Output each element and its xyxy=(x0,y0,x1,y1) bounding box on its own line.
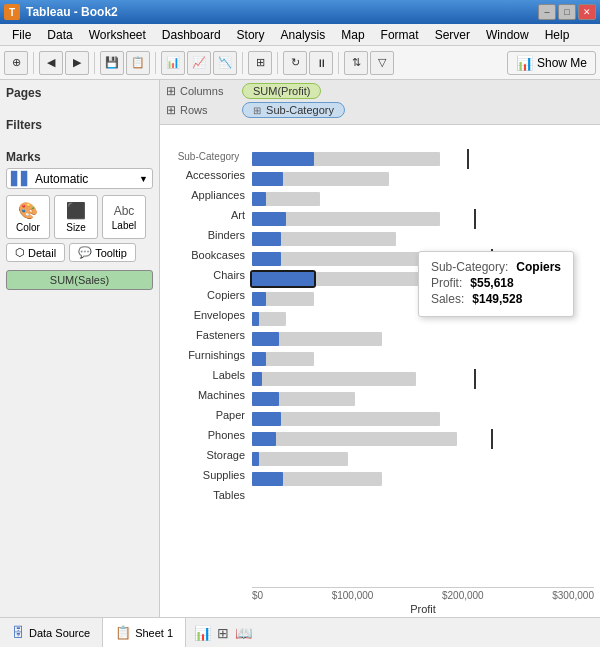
bar-row-machines[interactable] xyxy=(252,369,594,389)
label-button[interactable]: Abc Label xyxy=(102,195,146,239)
detail-button[interactable]: ⬡ Detail xyxy=(6,243,65,262)
show-me-button[interactable]: 📊 Show Me xyxy=(507,51,596,75)
title-bar: T Tableau - Book2 – □ ✕ xyxy=(0,0,600,24)
bar-row-phones[interactable] xyxy=(252,409,594,429)
label-icon: Abc xyxy=(114,204,135,218)
menu-data[interactable]: Data xyxy=(39,26,80,44)
detail-icon: ⬡ xyxy=(15,246,25,259)
main-layout: Pages Filters Marks ▋▋ Automatic ▼ 🎨 Col… xyxy=(0,80,600,617)
menu-map[interactable]: Map xyxy=(333,26,372,44)
toolbar-sep-4 xyxy=(242,52,243,74)
subcat-phones: Phones xyxy=(166,425,251,445)
toolbar-copy[interactable]: 📋 xyxy=(126,51,150,75)
bar-row-bookcases[interactable] xyxy=(252,229,594,249)
show-me-label: Show Me xyxy=(537,56,587,70)
color-button[interactable]: 🎨 Color xyxy=(6,195,50,239)
bar-row-paper[interactable] xyxy=(252,389,594,409)
toolbar-new[interactable]: ⊕ xyxy=(4,51,28,75)
bar-fg-fasteners xyxy=(252,312,259,326)
subcat-supplies: Supplies xyxy=(166,465,251,485)
toolbar-refresh[interactable]: ↻ xyxy=(283,51,307,75)
bar-fg-storage xyxy=(252,432,276,446)
menu-bar: File Data Worksheet Dashboard Story Anal… xyxy=(0,24,600,46)
bar-row-binders[interactable] xyxy=(252,209,594,229)
pages-title: Pages xyxy=(6,86,153,100)
new-story-icon[interactable]: 📖 xyxy=(235,625,252,641)
toolbar-sep-2 xyxy=(94,52,95,74)
bar-bg-supplies xyxy=(252,452,348,466)
menu-worksheet[interactable]: Worksheet xyxy=(81,26,154,44)
columns-pill[interactable]: SUM(Profit) xyxy=(242,83,321,99)
bar-fg-appliances xyxy=(252,172,283,186)
tooltip-button[interactable]: 💬 Tooltip xyxy=(69,243,136,262)
toolbar-chart3[interactable]: 📉 xyxy=(213,51,237,75)
subcat-accessories: Accessories xyxy=(166,165,251,185)
toolbar-sort[interactable]: ⇅ xyxy=(344,51,368,75)
menu-help[interactable]: Help xyxy=(537,26,578,44)
toolbar-table[interactable]: ⊞ xyxy=(248,51,272,75)
bar-fg-labels xyxy=(252,352,266,366)
tooltip-icon: 💬 xyxy=(78,246,92,259)
sheet-tab[interactable]: 📋 Sheet 1 xyxy=(103,618,186,647)
bar-row-storage[interactable] xyxy=(252,429,594,449)
bar-row-art[interactable] xyxy=(252,189,594,209)
size-button[interactable]: ⬛ Size xyxy=(54,195,98,239)
size-label: Size xyxy=(66,222,85,233)
color-icon: 🎨 xyxy=(18,201,38,220)
toolbar-pause[interactable]: ⏸ xyxy=(309,51,333,75)
x-label-100k: $100,000 xyxy=(332,590,374,601)
columns-row: ⊞ Columns SUM(Profit) xyxy=(166,83,594,99)
tooltip-subcategory-label: Sub-Category: xyxy=(431,260,508,274)
maximize-button[interactable]: □ xyxy=(558,4,576,20)
new-dashboard-icon[interactable]: ⊞ xyxy=(217,625,229,641)
tooltip-sales-label: Sales: xyxy=(431,292,464,306)
bar-fg-binders xyxy=(252,212,286,226)
bar-row-labels[interactable] xyxy=(252,349,594,369)
bar-row-appliances[interactable] xyxy=(252,169,594,189)
bar-chart-area xyxy=(252,131,594,587)
toolbar-back[interactable]: ◀ xyxy=(39,51,63,75)
menu-file[interactable]: File xyxy=(4,26,39,44)
tooltip-label: Tooltip xyxy=(95,247,127,259)
marks-type-label: Automatic xyxy=(35,172,88,186)
minimize-button[interactable]: – xyxy=(538,4,556,20)
menu-format[interactable]: Format xyxy=(373,26,427,44)
x-axis-labels: $0 $100,000 $200,000 $300,000 xyxy=(252,588,594,601)
toolbar-forward[interactable]: ▶ xyxy=(65,51,89,75)
tooltip-profit-row: Profit: $55,618 xyxy=(431,276,561,290)
toolbar-chart2[interactable]: 📈 xyxy=(187,51,211,75)
rows-pill[interactable]: ⊞ Sub-Category xyxy=(242,102,345,118)
new-worksheet-icon[interactable]: 📊 xyxy=(194,625,211,641)
bar-fg-envelopes xyxy=(252,292,266,306)
menu-dashboard[interactable]: Dashboard xyxy=(154,26,229,44)
close-button[interactable]: ✕ xyxy=(578,4,596,20)
status-icons: 📊 ⊞ 📖 xyxy=(186,625,260,641)
marks-title: Marks xyxy=(6,150,153,164)
tooltip-profit-label: Profit: xyxy=(431,276,462,290)
bar-chart-icon: ▋▋ xyxy=(11,171,31,186)
menu-server[interactable]: Server xyxy=(427,26,478,44)
bar-row-tables[interactable] xyxy=(252,469,594,489)
rows-grid-icon: ⊞ xyxy=(166,103,176,117)
data-source-tab[interactable]: 🗄 Data Source xyxy=(0,618,103,647)
tooltip-sales-value: $149,528 xyxy=(472,292,522,306)
subcategory-column: Sub-Category Accessories Appliances Art … xyxy=(166,149,251,505)
bar-bg-storage xyxy=(252,432,457,446)
toolbar-filter[interactable]: ▽ xyxy=(370,51,394,75)
bar-row-accessories[interactable] xyxy=(252,149,594,169)
sum-sales-button[interactable]: SUM(Sales) xyxy=(6,270,153,290)
menu-window[interactable]: Window xyxy=(478,26,537,44)
bar-fg-paper xyxy=(252,392,279,406)
bar-row-furnishings[interactable] xyxy=(252,329,594,349)
bar-rows xyxy=(252,149,594,489)
menu-story[interactable]: Story xyxy=(229,26,273,44)
menu-analysis[interactable]: Analysis xyxy=(273,26,334,44)
toolbar-chart1[interactable]: 📊 xyxy=(161,51,185,75)
bar-row-supplies[interactable] xyxy=(252,449,594,469)
toolbar: ⊕ ◀ ▶ 💾 📋 📊 📈 📉 ⊞ ↻ ⏸ ⇅ ▽ 📊 Show Me xyxy=(0,46,600,80)
marks-type-dropdown[interactable]: ▋▋ Automatic ▼ xyxy=(6,168,153,189)
chart-viewport: Sub-Category Accessories Appliances Art … xyxy=(160,125,600,617)
sheet-icon: 📋 xyxy=(115,625,131,640)
subcat-copiers: Copiers xyxy=(166,285,251,305)
toolbar-save[interactable]: 💾 xyxy=(100,51,124,75)
